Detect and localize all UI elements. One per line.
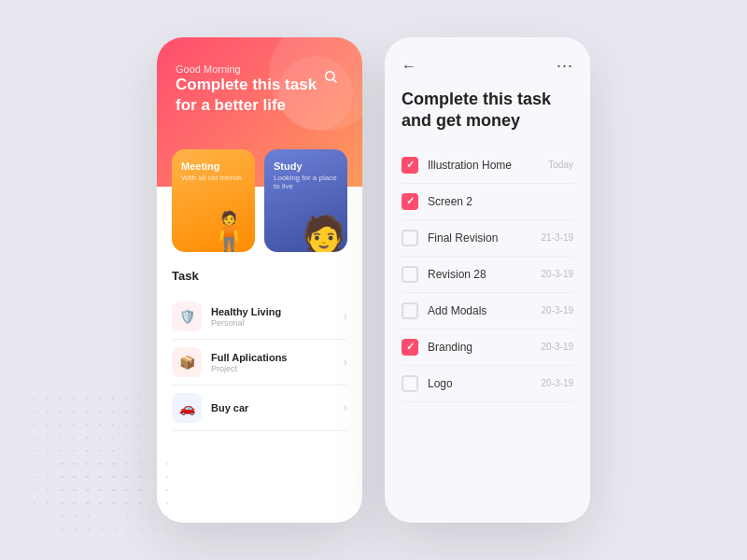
buy-car-name: Buy car: [211, 402, 334, 413]
buy-car-text: Buy car: [211, 402, 334, 414]
full-applications-text: Full Aplications Project: [211, 352, 334, 373]
meeting-figure: 🧍: [204, 213, 253, 252]
greeting-text: Good Morning: [176, 63, 317, 75]
buy-car-icon: 🚗: [172, 393, 202, 423]
full-applications-icon: 📦: [172, 347, 202, 377]
checkbox-revision-28[interactable]: [402, 266, 418, 283]
search-button[interactable]: [317, 63, 344, 90]
item-date-add-modals: 20-3-19: [542, 305, 573, 315]
task-section: Task 🛡️ Healthy Living Personal › 📦 Full…: [157, 252, 362, 523]
svg-line-1: [333, 79, 336, 82]
task-section-label: Task: [172, 269, 347, 283]
back-button[interactable]: ←: [402, 58, 416, 75]
checklist-item-branding[interactable]: Branding 20-3-19: [402, 329, 573, 366]
healthy-living-category: Personal: [211, 318, 334, 328]
left-phone-card: Good Morning Complete this taskfor a bet…: [157, 37, 362, 523]
item-name-logo: Logo: [428, 377, 532, 390]
checklist-item-logo[interactable]: Logo 20-3-19: [402, 366, 573, 402]
greeting-area: Good Morning Complete this taskfor a bet…: [176, 63, 317, 116]
checklist-item-add-modals[interactable]: Add Modals 20-3-19: [402, 293, 573, 329]
study-figure: 🧑: [302, 217, 345, 252]
checklist-item-illustration-home[interactable]: Illustration Home Today: [402, 147, 573, 184]
svg-point-0: [326, 72, 334, 80]
full-applications-category: Project: [211, 364, 334, 373]
item-date-branding: 20-3-19: [542, 342, 573, 352]
item-date-logo: 20-3-19: [542, 378, 573, 388]
checklist-item-revision-28[interactable]: Revision 28 20-3-19: [402, 257, 573, 293]
healthy-living-icon: 🛡️: [172, 301, 202, 331]
full-applications-name: Full Aplications: [211, 352, 334, 363]
right-phone-card: ← ··· Complete this taskand get money Il…: [385, 37, 590, 523]
item-name-screen-2: Screen 2: [428, 195, 564, 208]
study-card-subtitle: Looking for a place to live: [274, 174, 338, 190]
healthy-living-text: Healthy Living Personal: [211, 306, 334, 328]
item-name-add-modals: Add Modals: [428, 304, 532, 317]
more-options-button[interactable]: ···: [557, 56, 573, 76]
top-navigation: ← ···: [385, 37, 590, 85]
checkbox-add-modals[interactable]: [402, 302, 418, 319]
item-name-final-revision: Final Revision: [428, 231, 532, 245]
full-applications-arrow: ›: [344, 356, 347, 369]
category-cards-row: Meeting With all old friends 🧍 Study Loo…: [157, 149, 362, 252]
task-item-healthy-living[interactable]: 🛡️ Healthy Living Personal ›: [172, 294, 347, 340]
item-date-illustration-home: Today: [548, 160, 573, 170]
healthy-living-name: Healthy Living: [211, 306, 334, 317]
checkbox-logo[interactable]: [402, 375, 418, 392]
item-name-branding: Branding: [428, 341, 532, 354]
item-name-illustration-home: Illustration Home: [428, 159, 539, 172]
item-date-revision-28: 20-3-19: [542, 269, 573, 279]
healthy-living-arrow: ›: [344, 310, 347, 323]
checklist-item-screen-2[interactable]: Screen 2: [402, 184, 573, 220]
meeting-card-title: Meeting: [181, 161, 246, 172]
item-name-revision-28: Revision 28: [428, 268, 532, 281]
header-title: Complete this taskfor a better life: [176, 75, 317, 116]
right-page-title: Complete this taskand get money: [385, 85, 590, 147]
checklist-section: Illustration Home Today Screen 2 Final R…: [385, 147, 590, 523]
checkbox-final-revision[interactable]: [402, 230, 418, 246]
meeting-card[interactable]: Meeting With all old friends 🧍: [172, 149, 255, 252]
item-date-final-revision: 21-3-19: [542, 232, 573, 243]
checkbox-branding[interactable]: [402, 339, 418, 356]
study-card[interactable]: Study Looking for a place to live 🧑: [264, 149, 347, 252]
task-item-buy-car[interactable]: 🚗 Buy car ›: [172, 385, 347, 431]
task-item-full-applications[interactable]: 📦 Full Aplications Project ›: [172, 340, 347, 385]
checklist-item-final-revision[interactable]: Final Revision 21-3-19: [402, 220, 573, 257]
checkbox-illustration-home[interactable]: [402, 157, 418, 174]
checkbox-screen-2[interactable]: [402, 193, 418, 210]
meeting-card-subtitle: With all old friends: [181, 174, 246, 182]
buy-car-arrow: ›: [344, 401, 347, 414]
header-top: Good Morning Complete this taskfor a bet…: [176, 63, 344, 116]
study-card-title: Study: [274, 161, 338, 172]
